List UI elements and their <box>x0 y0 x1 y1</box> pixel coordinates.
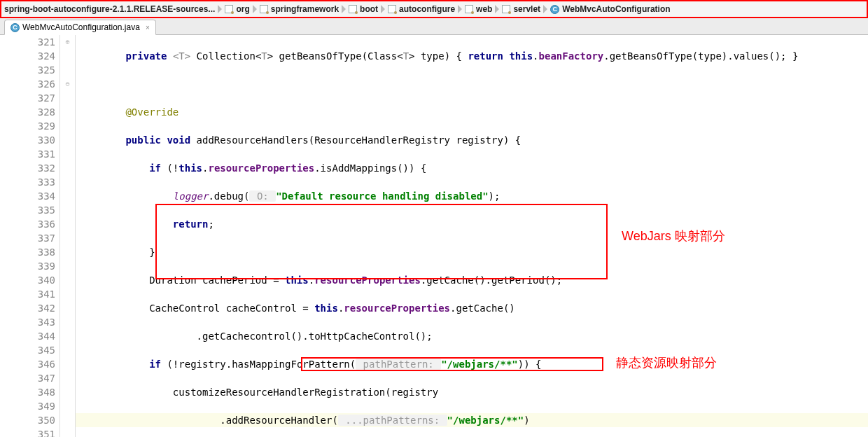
code-line: } <box>76 245 868 259</box>
line-number: 330 <box>0 133 55 147</box>
line-number: 331 <box>0 147 55 161</box>
line-number: 329 <box>0 119 55 133</box>
code-line: @Override <box>76 105 868 119</box>
code-line: CacheControl cacheControl = this.resourc… <box>76 301 868 315</box>
line-number: 348 <box>0 385 55 399</box>
editor-tabbar: C WebMvcAutoConfiguration.java × <box>0 18 868 35</box>
chevron-right-icon <box>216 3 223 15</box>
annotation-label-static: 静态资源映射部分 <box>616 356 717 370</box>
chevron-right-icon <box>456 3 463 15</box>
code-line: .getCachecontrol().toHttpCacheControl(); <box>76 329 868 343</box>
chevron-right-icon <box>340 3 347 15</box>
line-number: 346 <box>0 357 55 371</box>
code-line: .addResourceHandler( ...pathPatterns: "/… <box>76 413 868 427</box>
chevron-right-icon <box>379 3 386 15</box>
line-number: 328 <box>0 105 55 119</box>
line-number: 326 <box>0 77 55 91</box>
breadcrumb-org[interactable]: org <box>225 4 249 14</box>
code-content[interactable]: private <T> Collection<T> getBeansOfType… <box>76 35 868 437</box>
breadcrumb: spring-boot-autoconfigure-2.1.1.RELEASE-… <box>0 0 868 18</box>
line-number: 342 <box>0 301 55 315</box>
line-number: 324 <box>0 49 55 63</box>
line-number: 351 <box>0 427 55 437</box>
code-line: if (!registry.hasMappingForPattern( path… <box>76 357 868 371</box>
annotation-label-webjars: WebJars 映射部分 <box>622 229 725 243</box>
line-number: 341 <box>0 287 55 301</box>
line-number: 347 <box>0 371 55 385</box>
code-line: private <T> Collection<T> getBeansOfType… <box>76 49 868 63</box>
line-number: 333 <box>0 175 55 189</box>
breadcrumb-project-label: spring-boot-autoconfigure-2.1.1.RELEASE-… <box>4 4 215 14</box>
line-number: 338 <box>0 245 55 259</box>
breadcrumb-boot[interactable]: boot <box>349 4 378 14</box>
package-icon <box>225 5 233 13</box>
fold-gutter: ⊕⊖ <box>60 35 76 437</box>
chevron-right-icon <box>542 3 549 15</box>
line-number: 325 <box>0 63 55 77</box>
breadcrumb-autoconfigure[interactable]: autoconfigure <box>388 4 455 14</box>
breadcrumb-web[interactable]: web <box>465 4 492 14</box>
editor-tab[interactable]: C WebMvcAutoConfiguration.java × <box>4 20 156 35</box>
package-icon <box>502 5 510 13</box>
line-number: 339 <box>0 259 55 273</box>
code-line: Duration cachePeriod = this.resourceProp… <box>76 273 868 287</box>
line-number: 349 <box>0 399 55 413</box>
line-number: 327 <box>0 91 55 105</box>
line-number: 337 <box>0 231 55 245</box>
breadcrumb-servlet[interactable]: servlet <box>502 4 540 14</box>
package-icon <box>260 5 268 13</box>
line-number: 343 <box>0 315 55 329</box>
breadcrumb-project[interactable]: spring-boot-autoconfigure-2.1.1.RELEASE-… <box>4 4 215 14</box>
class-icon: C <box>550 5 559 14</box>
code-line <box>76 77 868 91</box>
code-line: if (!this.resourceProperties.isAddMappin… <box>76 161 868 175</box>
package-icon <box>388 5 396 13</box>
line-number-gutter: 321 324 325 326 327 328 329 330 331 332 … <box>0 35 60 437</box>
code-line: logger.debug( O: "Default resource handl… <box>76 189 868 203</box>
line-number: 321 <box>0 35 55 49</box>
line-number: 345 <box>0 343 55 357</box>
line-number: 344 <box>0 329 55 343</box>
code-line: customizeResourceHandlerRegistration(reg… <box>76 385 868 399</box>
class-icon: C <box>10 23 20 32</box>
chevron-right-icon <box>251 3 258 15</box>
line-number: 335 <box>0 203 55 217</box>
line-number: 340 <box>0 273 55 287</box>
package-icon <box>349 5 357 13</box>
line-number: 350 <box>0 413 55 427</box>
package-icon <box>465 5 473 13</box>
line-number: 332 <box>0 161 55 175</box>
breadcrumb-class[interactable]: CWebMvcAutoConfiguration <box>550 4 670 14</box>
close-icon[interactable]: × <box>146 24 150 32</box>
breadcrumb-springframework[interactable]: springframework <box>260 4 339 14</box>
annotation-box-webjars <box>155 204 608 279</box>
editor-tab-filename: WebMvcAutoConfiguration.java <box>22 22 140 32</box>
code-line: public void addResourceHandlers(Resource… <box>76 133 868 147</box>
chevron-right-icon <box>493 3 500 15</box>
code-editor[interactable]: 321 324 325 326 327 328 329 330 331 332 … <box>0 35 868 437</box>
line-number: 334 <box>0 189 55 203</box>
code-line: return; <box>76 217 868 231</box>
line-number: 336 <box>0 217 55 231</box>
